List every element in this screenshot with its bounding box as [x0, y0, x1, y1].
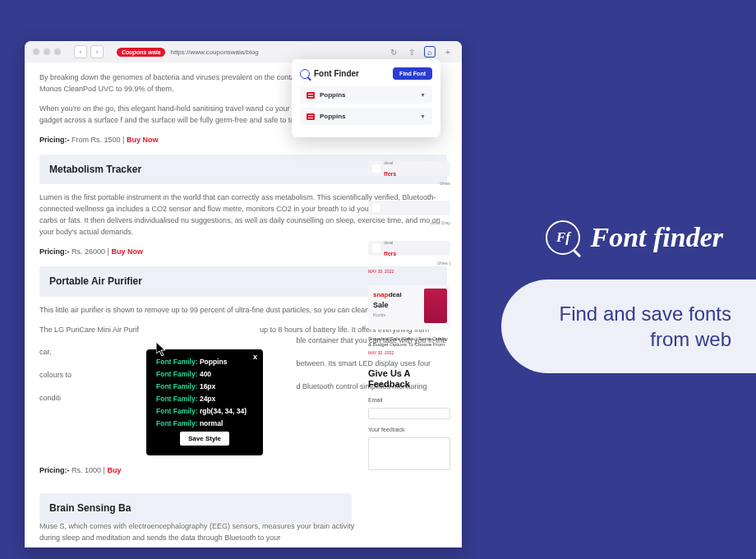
- find-font-button[interactable]: Find Font: [393, 67, 432, 80]
- model-image: [424, 289, 447, 323]
- price-label: Pricing:-: [39, 247, 70, 256]
- reload-icon[interactable]: ↻: [388, 46, 399, 58]
- back-button[interactable]: ‹: [74, 45, 87, 58]
- date-text: MAY 30, 2022: [368, 350, 450, 357]
- sidebar-card[interactable]: [368, 201, 450, 215]
- site-badge: Coupons wala: [117, 48, 165, 57]
- font-finder-popup: Font Finder Find Font Poppins ▼ Poppins …: [292, 59, 440, 137]
- tagline-pill: Find and save fonts from web: [501, 280, 756, 373]
- cursor-icon: [156, 342, 168, 359]
- dot[interactable]: [33, 49, 39, 55]
- price-value: From Rs. 1500 |: [71, 136, 127, 144]
- font-icon: [307, 92, 315, 99]
- url-text: https://www.couponswala/blog: [170, 49, 258, 56]
- email-label: Email: [368, 396, 450, 405]
- section-heading: Brain Sensing Ba: [39, 493, 352, 524]
- brand-logo: Ff Font finder: [546, 220, 723, 255]
- nav-buttons: ‹ ›: [74, 45, 104, 58]
- plus-icon[interactable]: +: [442, 46, 454, 58]
- chevron-down-icon: ▼: [420, 92, 426, 98]
- article-sidebar: dealffers ches ome Day dealffers ches | …: [368, 161, 450, 470]
- brand-name: Font finder: [590, 222, 723, 253]
- price-value: Rs. 1000 |: [71, 466, 107, 474]
- promo-card[interactable]: snapdeal Sale Kurtis: [368, 285, 450, 330]
- buy-link[interactable]: Buy: [107, 466, 121, 474]
- paragraph: Muse S, which comes with electroencephal…: [39, 521, 368, 544]
- toolbar: ↻ ⇧ ⌕ +: [388, 46, 454, 58]
- sidebar-card[interactable]: dealffers: [368, 161, 450, 176]
- price-label: Pricing:-: [39, 466, 70, 474]
- extension-icon[interactable]: ⌕: [424, 46, 436, 58]
- address-bar[interactable]: Coupons wala https://www.couponswala/blo…: [117, 48, 381, 57]
- popup-header: Font Finder Find Font: [300, 67, 432, 80]
- brand-icon: Ff: [546, 220, 580, 255]
- price-label: Pricing:-: [39, 136, 70, 144]
- card-caption: Snapdeal Sale Kurtis | Some Quality & Bu…: [368, 336, 450, 349]
- sidebar-card[interactable]: dealffers: [368, 241, 450, 256]
- popup-title: Font Finder: [300, 69, 359, 79]
- font-tooltip: x Font Family: Poppins Font Family: 400 …: [146, 349, 263, 455]
- pricing-line: Pricing:- Rs. 1000 | Buy: [39, 465, 121, 477]
- dot[interactable]: [44, 49, 50, 55]
- window-controls: [33, 49, 61, 55]
- search-icon: [300, 69, 310, 79]
- date-text: MAY 30, 2022: [368, 269, 450, 275]
- font-item[interactable]: Poppins ▼: [300, 86, 432, 104]
- tagline-text: Find and save fonts from web: [537, 301, 731, 352]
- font-item[interactable]: Poppins ▼: [300, 108, 432, 125]
- share-icon[interactable]: ⇧: [406, 46, 417, 58]
- price-value: Rs. 26000 |: [71, 247, 111, 256]
- buy-link[interactable]: Buy Now: [111, 247, 143, 256]
- save-style-button[interactable]: Save Style: [180, 432, 229, 446]
- dot[interactable]: [54, 49, 61, 55]
- email-field[interactable]: [368, 408, 450, 419]
- feedback-label: Your feedback: [368, 426, 450, 435]
- close-icon[interactable]: x: [253, 353, 257, 361]
- chevron-down-icon: ▼: [420, 113, 426, 119]
- feedback-title: Give Us A Feedback: [368, 368, 450, 390]
- buy-link[interactable]: Buy Now: [127, 136, 159, 144]
- feedback-field[interactable]: [368, 437, 450, 470]
- font-icon: [307, 113, 315, 120]
- forward-button[interactable]: ›: [90, 45, 104, 58]
